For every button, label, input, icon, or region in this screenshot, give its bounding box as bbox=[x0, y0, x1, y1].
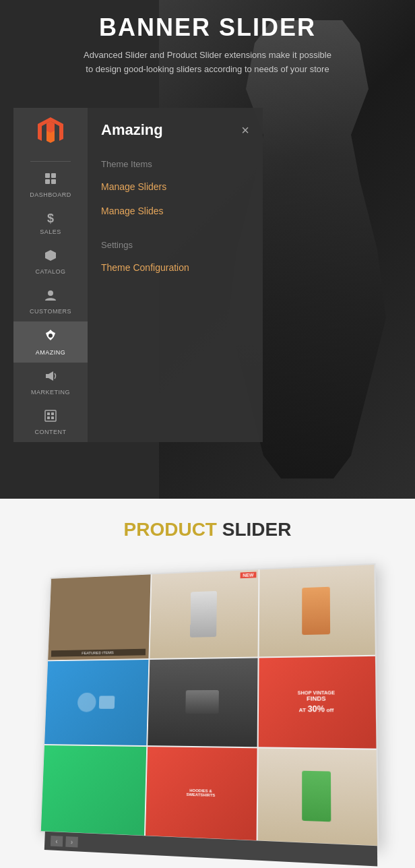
content-label: CONTENT bbox=[35, 429, 67, 435]
amazing-label: AMAZING bbox=[36, 349, 66, 356]
sidebar-item-catalog[interactable]: CATALOG bbox=[13, 242, 88, 282]
dropdown-menu-title: Amazing bbox=[101, 121, 163, 139]
admin-panel: DASHBOARD $ SALES CATALOG bbox=[13, 108, 263, 442]
svg-rect-1 bbox=[45, 173, 50, 178]
dropdown-header: Amazing × bbox=[88, 118, 263, 152]
product-title-regular: SLIDER bbox=[217, 519, 291, 540]
amazing-icon bbox=[43, 328, 58, 346]
svg-rect-7 bbox=[45, 410, 56, 421]
menu-separator bbox=[88, 223, 263, 233]
content-icon bbox=[44, 409, 57, 426]
grid-cell-dark bbox=[148, 658, 257, 747]
svg-rect-8 bbox=[47, 412, 50, 415]
svg-point-6 bbox=[49, 334, 53, 338]
sidebar-item-dashboard[interactable]: DASHBOARD bbox=[13, 165, 88, 205]
next-arrow[interactable]: › bbox=[65, 836, 78, 847]
sidebar: DASHBOARD $ SALES CATALOG bbox=[13, 108, 88, 442]
dashboard-icon bbox=[44, 172, 57, 189]
grid-cell-hoodies: HOODIES & SWEATSHIRTS bbox=[146, 747, 257, 840]
marketing-label: MARKETING bbox=[31, 389, 70, 396]
svg-rect-9 bbox=[51, 412, 54, 415]
menu-section-settings: Settings bbox=[88, 233, 263, 255]
product-title-highlight: PRODUCT bbox=[124, 519, 217, 540]
catalog-icon bbox=[44, 249, 57, 266]
banner-subtitle: Advanced Slider and Product Slider exten… bbox=[79, 49, 336, 77]
customers-label: CUSTOMERS bbox=[30, 308, 71, 315]
sales-icon: $ bbox=[47, 212, 54, 226]
svg-rect-10 bbox=[47, 416, 50, 419]
banner-text-block: BANNER SLIDER Advanced Slider and Produc… bbox=[0, 13, 415, 77]
featured-label: FEATURED ITEMS bbox=[51, 648, 146, 656]
svg-rect-2 bbox=[51, 173, 56, 178]
sidebar-item-customers[interactable]: CUSTOMERS bbox=[13, 282, 88, 321]
svg-point-5 bbox=[48, 290, 53, 296]
menu-section-theme-items: Theme Items bbox=[88, 152, 263, 175]
bottom-section: PRODUCT SLIDER FEATURED ITEMS NEW bbox=[0, 499, 415, 868]
sidebar-item-sales[interactable]: $ SALES bbox=[13, 205, 88, 242]
sidebar-item-marketing[interactable]: MARKETING bbox=[13, 363, 88, 402]
catalog-label: CATALOG bbox=[35, 268, 65, 275]
grid-cell-red-banner: SHOP VINTAGE FINDS AT 30% off bbox=[259, 656, 377, 749]
sales-label: SALES bbox=[40, 228, 61, 235]
menu-item-theme-config[interactable]: Theme Configuration bbox=[88, 255, 263, 280]
magento-logo bbox=[34, 115, 67, 158]
prev-arrow[interactable]: ‹ bbox=[51, 836, 63, 846]
marketing-icon bbox=[44, 369, 57, 386]
new-tag-1: NEW bbox=[240, 571, 256, 578]
sidebar-divider-1 bbox=[30, 161, 71, 162]
slider-mockup: FEATURED ITEMS NEW bbox=[13, 554, 402, 857]
grid-cell-product-1: NEW bbox=[150, 569, 258, 658]
grid-cell-blue bbox=[44, 660, 148, 746]
menu-item-manage-slides[interactable]: Manage Slides bbox=[88, 199, 263, 223]
menu-item-manage-sliders[interactable]: Manage Sliders bbox=[88, 175, 263, 199]
customers-icon bbox=[44, 288, 57, 305]
grid-cell-featured: FEATURED ITEMS bbox=[48, 574, 150, 660]
svg-rect-4 bbox=[51, 179, 56, 184]
dropdown-menu: Amazing × Theme Items Manage Sliders Man… bbox=[88, 108, 263, 442]
close-button[interactable]: × bbox=[241, 123, 249, 138]
product-slider-title: PRODUCT SLIDER bbox=[13, 519, 402, 540]
dashboard-label: DASHBOARD bbox=[30, 191, 71, 198]
svg-rect-3 bbox=[45, 179, 50, 184]
slider-grid: FEATURED ITEMS NEW bbox=[41, 565, 377, 846]
svg-rect-11 bbox=[51, 416, 54, 419]
sidebar-item-content[interactable]: CONTENT bbox=[13, 402, 88, 442]
banner-title: BANNER SLIDER bbox=[0, 13, 415, 42]
grid-cell-product-3 bbox=[258, 749, 377, 846]
grid-cell-product-2 bbox=[259, 565, 375, 656]
slider-screen: FEATURED ITEMS NEW bbox=[40, 563, 379, 847]
grid-cell-green bbox=[41, 745, 146, 836]
top-section: BANNER SLIDER Advanced Slider and Produc… bbox=[0, 0, 415, 499]
sidebar-item-amazing[interactable]: AMAZING bbox=[13, 321, 88, 363]
